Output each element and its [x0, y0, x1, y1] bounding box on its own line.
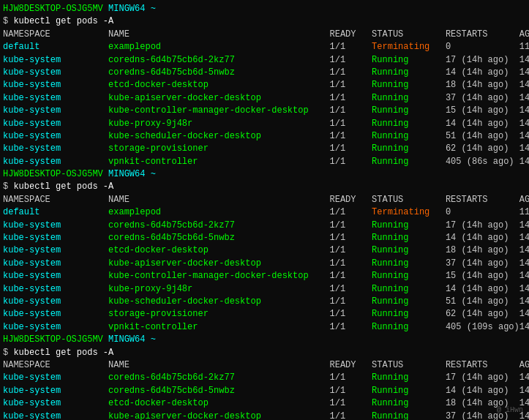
ready-cell: 1/1 — [329, 105, 372, 116]
age-cell: 14d — [519, 271, 529, 281]
ns-cell: kube-system — [3, 386, 108, 396]
restarts-cell: 62 (14h ago) — [446, 309, 519, 319]
row-0-2: kube-system coredns-6d4b75cb6d-5nwbz 1/1… — [3, 67, 526, 79]
name-cell: examplepod — [108, 207, 329, 217]
status-cell: Running — [372, 411, 446, 421]
ready-cell: 1/1 — [329, 372, 372, 383]
status-cell: Running — [372, 220, 446, 230]
ns-cell: default — [3, 207, 108, 217]
restarts-cell: 15 (14h ago) — [446, 105, 519, 116]
age-cell: 14d — [519, 67, 529, 78]
restarts-cell: 0 — [446, 42, 519, 52]
row-2-0: kube-system coredns-6d4b75cb6d-2kz77 1/1… — [3, 372, 526, 384]
restarts-cell: 0 — [446, 207, 519, 217]
restarts-cell: 37 (14h ago) — [446, 93, 519, 103]
prompt-user: HJW8DESKTOP-OSJG5MV — [3, 169, 103, 179]
ready-cell: 1/1 — [329, 220, 372, 230]
name-cell: coredns-6d4b75cb6d-5nwbz — [108, 67, 329, 78]
ns-cell: kube-system — [3, 105, 108, 116]
ready-cell: 1/1 — [329, 157, 372, 167]
ns-cell: kube-system — [3, 93, 108, 103]
age-cell: 14d — [519, 372, 529, 383]
prompt-1: HJW8DESKTOP-OSJG5MV MINGW64 ~ — [3, 168, 526, 181]
age-cell: 14d — [519, 233, 529, 243]
name-cell: coredns-6d4b75cb6d-5nwbz — [108, 233, 329, 243]
restarts-cell: 14 (14h ago) — [446, 67, 519, 78]
ready-cell: 1/1 — [329, 93, 372, 103]
row-1-3: kube-system etcd-docker-desktop 1/1 Runn… — [3, 244, 526, 257]
name-cell: etcd-docker-desktop — [108, 245, 329, 255]
ns-cell: kube-system — [3, 258, 108, 269]
status-cell: Running — [372, 284, 446, 294]
status-cell: Running — [372, 157, 446, 167]
row-2-3: kube-system kube-apiserver-docker-deskto… — [3, 410, 526, 421]
prompt-path: MINGW64 — [108, 4, 145, 14]
ns-cell: kube-system — [3, 80, 108, 90]
command-2: $ kubectl get pods -A — [3, 347, 526, 359]
dollar: $ — [3, 348, 13, 358]
restarts-cell: 14 (14h ago) — [446, 284, 519, 294]
row-0-6: kube-system kube-proxy-9j48r 1/1 Running… — [3, 118, 526, 130]
row-0-3: kube-system etcd-docker-desktop 1/1 Runn… — [3, 79, 526, 91]
ns-cell: kube-system — [3, 119, 108, 129]
cmd-text: kubectl get pods -A — [13, 181, 113, 192]
status-cell: Running — [372, 271, 446, 281]
restarts-cell: 14 (14h ago) — [446, 233, 519, 243]
prompt-dir: ~ — [151, 334, 156, 345]
status-cell: Running — [372, 80, 446, 90]
age-cell: 14d — [519, 220, 529, 230]
age-cell: 14d — [519, 157, 529, 167]
name-cell: kube-controller-manager-docker-desktop — [108, 271, 329, 281]
ready-cell: 1/1 — [329, 55, 372, 65]
ready-cell: 1/1 — [329, 411, 372, 421]
row-0-4: kube-system kube-apiserver-docker-deskto… — [3, 92, 526, 105]
status-cell: Running — [372, 296, 446, 307]
status-cell: Running — [372, 93, 446, 103]
row-2-2: kube-system etcd-docker-desktop 1/1 Runn… — [3, 397, 526, 410]
name-cell: kube-controller-manager-docker-desktop — [108, 105, 329, 116]
status-cell: Running — [372, 131, 446, 141]
row-1-6: kube-system kube-proxy-9j48r 1/1 Running… — [3, 283, 526, 296]
age-cell: 14d — [519, 284, 529, 294]
row-2-1: kube-system coredns-6d4b75cb6d-5nwbz 1/1… — [3, 385, 526, 397]
header-1: NAMESPACE NAME READY STATUS RESTARTS AGE — [3, 194, 526, 206]
ns-cell: kube-system — [3, 143, 108, 154]
age-cell: 14d — [519, 80, 529, 90]
age-cell: 14d — [519, 296, 529, 307]
row-1-2: kube-system coredns-6d4b75cb6d-5nwbz 1/1… — [3, 232, 526, 244]
ready-cell: 1/1 — [329, 131, 372, 141]
name-cell: etcd-docker-desktop — [108, 398, 329, 408]
status-cell: Terminating — [372, 207, 446, 217]
name-cell: coredns-6d4b75cb6d-2kz77 — [108, 55, 329, 65]
restarts-cell: 37 (14h ago) — [446, 258, 519, 269]
ready-cell: 1/1 — [329, 119, 372, 129]
restarts-cell: 14 (14h ago) — [446, 119, 519, 129]
prompt-user: HJW8DESKTOP-OSJG5MV — [3, 4, 103, 14]
restarts-cell: 18 (14h ago) — [446, 245, 519, 255]
name-cell: coredns-6d4b75cb6d-5nwbz — [108, 386, 329, 396]
ns-cell: kube-system — [3, 157, 108, 167]
status-cell: Running — [372, 143, 446, 154]
terminal: HJW8DESKTOP-OSJG5MV MINGW64 ~$ kubectl g… — [3, 3, 526, 420]
ready-cell: 1/1 — [329, 309, 372, 319]
name-cell: kube-proxy-9j48r — [108, 119, 329, 129]
restarts-cell: 17 (14h ago) — [446, 220, 519, 230]
status-cell: Running — [372, 245, 446, 255]
age-cell: 14d — [519, 245, 529, 255]
row-0-9: kube-system vpnkit-controller 1/1 Runnin… — [3, 156, 526, 168]
ns-cell: kube-system — [3, 245, 108, 255]
ns-cell: kube-system — [3, 309, 108, 319]
ready-cell: 1/1 — [329, 271, 372, 281]
ready-cell: 1/1 — [329, 245, 372, 255]
age-cell: 14d — [519, 105, 529, 116]
ns-cell: kube-system — [3, 233, 108, 243]
row-1-8: kube-system storage-provisioner 1/1 Runn… — [3, 308, 526, 320]
prompt-0: HJW8DESKTOP-OSJG5MV MINGW64 ~ — [3, 3, 526, 15]
ns-cell: kube-system — [3, 284, 108, 294]
prompt-2: HJW8DESKTOP-OSJG5MV MINGW64 ~ — [3, 334, 526, 346]
ready-cell: 1/1 — [329, 80, 372, 90]
restarts-cell: 62 (14h ago) — [446, 143, 519, 154]
cmd-text: kubectl get pods -A — [13, 348, 113, 358]
ready-cell: 1/1 — [329, 143, 372, 154]
ns-cell: kube-system — [3, 411, 108, 421]
